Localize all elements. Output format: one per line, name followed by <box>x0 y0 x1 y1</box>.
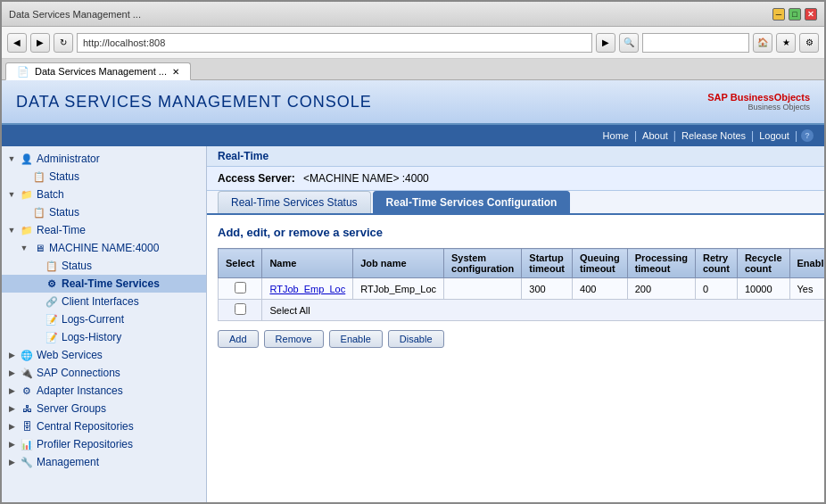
row-retry-count-cell: 0 <box>695 278 737 300</box>
expand-status-rt <box>30 260 43 272</box>
sap-connections-icon: 🔌 <box>20 366 34 380</box>
sidebar-web-services-label: Web Services <box>37 349 103 361</box>
close-button[interactable]: ✕ <box>805 8 817 21</box>
address-bar[interactable]: http://localhost:808 <box>77 33 592 53</box>
tab-realtime-status[interactable]: Real-Time Services Status <box>218 191 371 213</box>
sap-brand-text: SAP BusinessObjects <box>707 92 810 103</box>
maximize-button[interactable]: □ <box>789 8 801 21</box>
select-all-label: Select All <box>262 300 824 321</box>
batch-icon: 📁 <box>20 187 34 202</box>
app-container: DATA SERVICES MANAGEMENT CONSOLE SAP Bus… <box>2 80 824 502</box>
search-input[interactable] <box>642 33 749 53</box>
forward-button[interactable]: ▶ <box>30 33 50 53</box>
nav-home-link[interactable]: Home <box>598 130 634 141</box>
expand-adapter-instances[interactable]: ▶ <box>5 384 18 397</box>
expand-logs-current <box>30 313 43 326</box>
row-checkbox[interactable] <box>235 282 246 293</box>
browser-tab-main[interactable]: 📄 Data Services Management ... ✕ <box>5 62 191 80</box>
central-repos-icon: 🗄 <box>20 419 34 434</box>
sap-tagline: Business Objects <box>748 103 810 112</box>
sidebar-item-batch[interactable]: ▼ 📁 Batch <box>2 186 206 203</box>
refresh-button[interactable]: ↻ <box>54 33 73 53</box>
sidebar-item-realtime[interactable]: ▼ 📁 Real-Time <box>2 221 206 239</box>
enable-button[interactable]: Enable <box>329 330 383 348</box>
section-title: Add, edit, or remove a service <box>218 226 814 239</box>
access-server-label: Access Server: <box>218 172 295 185</box>
sidebar-item-profiler-repos[interactable]: ▶ 📊 Profiler Repositories <box>2 435 206 453</box>
tab-realtime-config[interactable]: Real-Time Services Configuration <box>373 191 571 213</box>
sidebar-item-logs-current[interactable]: 📝 Logs-Current <box>2 310 206 328</box>
expand-machine[interactable]: ▼ <box>18 242 30 254</box>
profiler-repos-icon: 📊 <box>20 437 34 451</box>
expand-management[interactable]: ▶ <box>5 456 18 468</box>
sidebar-item-machine[interactable]: ▼ 🖥 MACHINE NAME:4000 <box>2 239 206 257</box>
sidebar-item-server-groups[interactable]: ▶ 🖧 Server Groups <box>2 400 206 417</box>
expand-sap-connections[interactable]: ▶ <box>5 367 18 379</box>
row-select-cell[interactable] <box>219 278 262 300</box>
sidebar-client-interfaces-label: Client Interfaces <box>62 295 139 308</box>
expand-central-repos[interactable]: ▶ <box>5 420 18 433</box>
sidebar-item-logs-history[interactable]: 📝 Logs-History <box>2 328 206 346</box>
sidebar-item-administrator[interactable]: ▼ 👤 Administrator <box>2 150 206 168</box>
sidebar-item-client-interfaces[interactable]: 🔗 Client Interfaces <box>2 293 206 310</box>
remove-button[interactable]: Remove <box>264 330 324 348</box>
nav-logout-link[interactable]: Logout <box>754 130 795 141</box>
main-content: Real-Time Access Server: <MACHINE NAME> … <box>207 146 824 502</box>
browser-tab-close[interactable]: ✕ <box>172 67 179 77</box>
services-table: Select Name Job name System configuratio… <box>218 248 824 321</box>
sidebar-item-adapter-instances[interactable]: ▶ ⚙ Adapter Instances <box>2 382 206 400</box>
sidebar-server-groups-label: Server Groups <box>37 402 106 415</box>
sidebar-item-status-batch[interactable]: 📋 Status <box>2 203 206 221</box>
sidebar-item-web-services[interactable]: ▶ 🌐 Web Services <box>2 346 206 364</box>
nav-release-notes-link[interactable]: Release Notes <box>676 130 751 141</box>
expand-web-services[interactable]: ▶ <box>5 349 18 361</box>
favorites-button[interactable]: ★ <box>776 33 796 53</box>
expand-server-groups[interactable]: ▶ <box>5 402 18 415</box>
select-all-checkbox[interactable] <box>235 303 246 315</box>
home-button[interactable]: 🏠 <box>753 33 772 53</box>
sidebar-item-status-rt[interactable]: 📋 Status <box>2 257 206 275</box>
expand-realtime[interactable]: ▼ <box>5 224 18 236</box>
access-server-bar: Access Server: <MACHINE NAME> :4000 <box>207 167 824 191</box>
expand-administrator[interactable]: ▼ <box>5 153 18 165</box>
help-icon[interactable]: ? <box>801 129 814 142</box>
expand-batch[interactable]: ▼ <box>5 188 18 201</box>
sidebar-item-realtime-services[interactable]: ⚙ Real-Time Services <box>2 275 206 293</box>
back-button[interactable]: ◀ <box>7 33 27 53</box>
sidebar-machine-label: MACHINE NAME:4000 <box>49 242 159 254</box>
row-recycle-count-cell: 10000 <box>737 278 789 300</box>
sidebar-logs-history-label: Logs-History <box>62 331 121 343</box>
col-select: Select <box>219 249 262 278</box>
sidebar-item-status-admin[interactable]: 📋 Status <box>2 168 206 186</box>
sidebar: ▼ 👤 Administrator 📋 Status ▼ 📁 Batch <box>2 146 207 502</box>
disable-button[interactable]: Disable <box>388 330 444 348</box>
sidebar-item-management[interactable]: ▶ 🔧 Management <box>2 453 206 471</box>
sidebar-realtime-label: Real-Time <box>37 224 86 236</box>
nav-about-link[interactable]: About <box>637 130 673 141</box>
app-title-wrapper: DATA SERVICES MANAGEMENT CONSOLE <box>16 93 372 112</box>
add-button[interactable]: Add <box>218 330 259 348</box>
window-controls: ─ □ ✕ <box>772 8 817 21</box>
app-title: DATA SERVICES MANAGEMENT CONSOLE <box>16 93 372 111</box>
service-name-link[interactable]: RTJob_Emp_Loc <box>269 284 345 294</box>
expand-profiler-repos[interactable]: ▶ <box>5 438 18 450</box>
sidebar-batch-label: Batch <box>37 188 64 201</box>
go-button[interactable]: ▶ <box>596 33 615 53</box>
sidebar-item-central-repos[interactable]: ▶ 🗄 Central Repositories <box>2 417 206 435</box>
row-jobname-cell: RTJob_Emp_Loc <box>353 278 444 300</box>
sidebar-status-batch-label: Status <box>49 206 79 219</box>
row-enabled-cell: Yes <box>789 278 824 300</box>
nav-bar: ◀ ▶ ↻ http://localhost:808 ▶ 🔍 🏠 ★ ⚙ <box>2 27 824 59</box>
status-admin-icon: 📋 <box>32 169 46 184</box>
tools-button[interactable]: ⚙ <box>799 33 819 53</box>
row-sysconfig-cell <box>444 278 522 300</box>
select-all-cell[interactable] <box>219 300 262 321</box>
search-button[interactable]: 🔍 <box>619 33 639 53</box>
sidebar-item-sap-connections[interactable]: ▶ 🔌 SAP Connections <box>2 364 206 382</box>
browser-window: Data Services Management ... ─ □ ✕ ◀ ▶ ↻… <box>0 0 826 504</box>
sidebar-rt-services-label: Real-Time Services <box>62 277 160 290</box>
table-row: RTJob_Emp_Loc RTJob_Emp_Loc 300 400 200 … <box>219 278 825 300</box>
status-batch-icon: 📋 <box>32 205 46 219</box>
minimize-button[interactable]: ─ <box>772 8 785 21</box>
expand-status-batch <box>18 206 30 219</box>
